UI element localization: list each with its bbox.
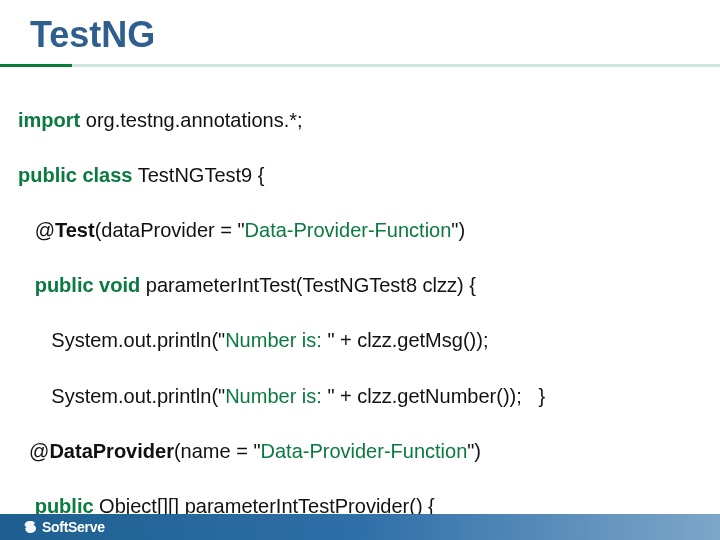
footer-brand-text: SoftServe xyxy=(42,519,105,535)
code-line: import org.testng.annotations.*; xyxy=(18,107,702,135)
footer-bar: SoftServe xyxy=(0,514,720,540)
code-text: parameterIntTest(TestNGTest8 clzz) { xyxy=(140,274,476,296)
code-text: TestNGTest9 { xyxy=(133,164,265,186)
annotation: Test xyxy=(55,219,95,241)
keyword: import xyxy=(18,109,80,131)
code-text: (dataProvider = " xyxy=(95,219,245,241)
string-literal: Number is: xyxy=(225,385,327,407)
code-line: public void parameterIntTest(TestNGTest8… xyxy=(18,272,702,300)
code-text: ") xyxy=(467,440,481,462)
code-text: @ xyxy=(18,440,49,462)
page-title: TestNG xyxy=(0,0,720,64)
code-line: System.out.println("Number is: " + clzz.… xyxy=(18,327,702,355)
string-literal: Data-Provider-Function xyxy=(245,219,452,241)
code-text: org.testng.annotations.*; xyxy=(80,109,302,131)
code-text: @ xyxy=(18,219,55,241)
code-line: @DataProvider(name = "Data-Provider-Func… xyxy=(18,438,702,466)
title-divider xyxy=(0,64,720,67)
code-block: import org.testng.annotations.*; public … xyxy=(0,79,720,540)
code-text: ") xyxy=(451,219,465,241)
code-text: " + clzz.getNumber()); } xyxy=(327,385,545,407)
string-literal: Data-Provider-Function xyxy=(261,440,468,462)
code-line: @Test(dataProvider = "Data-Provider-Func… xyxy=(18,217,702,245)
code-line: System.out.println("Number is: " + clzz.… xyxy=(18,383,702,411)
softserve-icon xyxy=(22,519,38,535)
string-literal: Number is: xyxy=(225,329,327,351)
code-text xyxy=(18,274,35,296)
code-text: System.out.println(" xyxy=(18,329,225,351)
keyword: public class xyxy=(18,164,133,186)
footer-logo: SoftServe xyxy=(22,519,105,535)
annotation: DataProvider xyxy=(49,440,174,462)
code-line: public class TestNGTest9 { xyxy=(18,162,702,190)
code-text: System.out.println(" xyxy=(18,385,225,407)
code-text: " + clzz.getMsg()); xyxy=(327,329,488,351)
keyword: public void xyxy=(35,274,141,296)
code-text: (name = " xyxy=(174,440,261,462)
